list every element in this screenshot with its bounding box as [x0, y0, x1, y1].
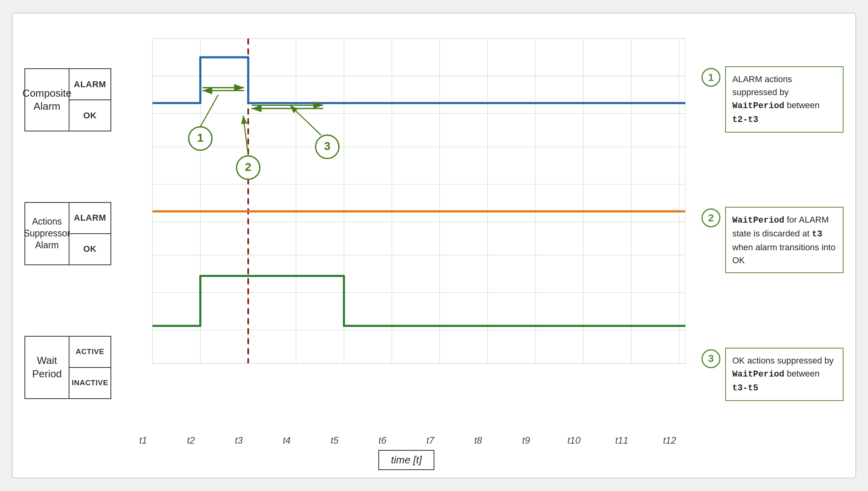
- time-label-t8: t8: [454, 435, 502, 446]
- legend-number-3: 3: [702, 349, 720, 368]
- legend-item-2: 2 WaitPeriod for ALARM state is discarde…: [702, 207, 844, 273]
- time-label-t7: t7: [406, 435, 454, 446]
- composite-alarm-state-alarm: ALARM: [69, 69, 110, 100]
- suppressor-alarm-label: Actions Suppressor Alarm ALARM OK: [24, 202, 111, 265]
- time-label-t9: t9: [502, 435, 550, 446]
- time-axis-label-box: time [t]: [119, 450, 694, 470]
- chart-area: 1 2 3: [119, 25, 694, 435]
- composite-alarm-state-ok: OK: [69, 100, 110, 131]
- wait-period-label: Wait Period ACTIVE INACTIVE: [24, 336, 111, 399]
- legend-number-2: 2: [702, 208, 720, 227]
- time-label-t5: t5: [311, 435, 358, 446]
- composite-alarm-label: Composite Alarm ALARM OK: [24, 68, 111, 131]
- wait-period-title: Wait Period: [25, 337, 69, 398]
- time-axis: t1 t2 t3 t4 t5 t6 t7 t8 t9 t10 t11 t12: [119, 435, 694, 446]
- suppressor-alarm-states: ALARM OK: [69, 203, 110, 264]
- svg-text:2: 2: [245, 160, 251, 173]
- wait-period-state-inactive: INACTIVE: [69, 368, 110, 398]
- time-label-t10: t10: [550, 435, 598, 446]
- labels-column: Composite Alarm ALARM OK Actions Suppres…: [24, 25, 111, 466]
- time-label-t6: t6: [359, 435, 406, 446]
- chart-column: 1 2 3: [119, 25, 694, 466]
- time-label-t11: t11: [598, 435, 645, 446]
- time-label-t12: t12: [646, 435, 694, 446]
- time-label-t2: t2: [167, 435, 215, 446]
- svg-text:3: 3: [324, 139, 330, 152]
- suppressor-alarm-state-ok: OK: [69, 234, 110, 264]
- time-axis-label: time [t]: [378, 450, 434, 470]
- time-label-t4: t4: [263, 435, 311, 446]
- composite-alarm-states: ALARM OK: [69, 69, 110, 131]
- main-container: Composite Alarm ALARM OK Actions Suppres…: [12, 13, 856, 478]
- legend-item-3: 3 OK actions suppressed by WaitPeriod be…: [702, 348, 844, 401]
- time-label-t3: t3: [215, 435, 263, 446]
- legend-box-2: WaitPeriod for ALARM state is discarded …: [725, 207, 844, 273]
- suppressor-alarm-title: Actions Suppressor Alarm: [25, 203, 69, 264]
- legend-item-1: 1 ALARM actions suppressed by WaitPeriod…: [702, 66, 844, 133]
- suppressor-alarm-state-alarm: ALARM: [69, 203, 110, 234]
- wait-period-states: ACTIVE INACTIVE: [69, 337, 110, 398]
- chart-svg: 1 2 3: [119, 25, 694, 435]
- time-label-t1: t1: [119, 435, 167, 446]
- wait-period-state-active: ACTIVE: [69, 337, 110, 368]
- svg-text:1: 1: [197, 131, 204, 144]
- legend-box-1: ALARM actions suppressed by WaitPeriod b…: [725, 66, 844, 133]
- legend-column: 1 ALARM actions suppressed by WaitPeriod…: [702, 25, 844, 466]
- composite-alarm-title: Composite Alarm: [25, 69, 69, 131]
- legend-box-3: OK actions suppressed by WaitPeriod betw…: [725, 348, 844, 401]
- legend-number-1: 1: [702, 68, 720, 87]
